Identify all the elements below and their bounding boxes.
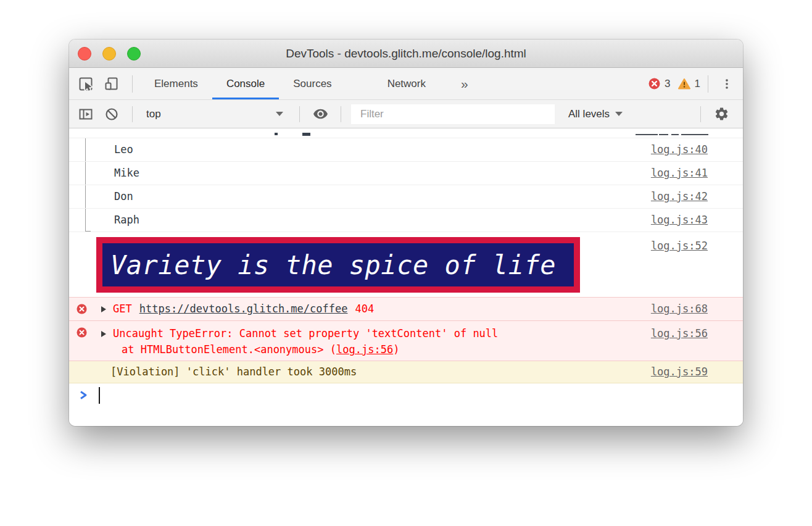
violation-message: [Violation] 'click' handler took 3000ms bbox=[69, 361, 651, 383]
divider bbox=[132, 106, 133, 122]
expand-triangle-icon[interactable] bbox=[101, 306, 106, 312]
console-settings-button[interactable] bbox=[708, 106, 734, 122]
console-styled-log-row: Variety is the spice of life log.js:52 bbox=[69, 232, 743, 297]
stack-text: ) bbox=[393, 343, 399, 356]
divider bbox=[341, 106, 341, 122]
error-icon bbox=[77, 327, 87, 338]
divider bbox=[708, 75, 708, 93]
tab-label: Elements bbox=[154, 78, 198, 90]
stack-source-link[interactable]: log.js:56 bbox=[336, 343, 393, 356]
log-message: Mike bbox=[69, 162, 651, 185]
divider bbox=[132, 75, 133, 93]
console-network-error-row: GEThttps://devtools.glitch.me/coffee404 … bbox=[69, 297, 743, 321]
console-log-row: Mike log.js:41 bbox=[69, 162, 743, 185]
inspect-cursor-icon bbox=[78, 76, 94, 92]
console-log-row: Leo log.js:40 bbox=[69, 138, 743, 162]
clipped-link-fragment bbox=[681, 134, 708, 135]
source-link[interactable]: log.js:52 bbox=[651, 240, 708, 252]
kebab-menu-icon bbox=[720, 77, 734, 91]
tab-elements[interactable]: Elements bbox=[140, 68, 212, 99]
console-sidebar-icon bbox=[78, 106, 94, 122]
error-message-line: Uncaught TypeError: Cannot set property … bbox=[101, 325, 651, 341]
expand-triangle-icon[interactable] bbox=[101, 331, 106, 337]
tab-label: Console bbox=[226, 78, 265, 90]
log-message: Leo bbox=[69, 138, 651, 161]
devtools-window: DevTools - devtools.glitch.me/console/lo… bbox=[69, 40, 743, 426]
error-count-icon bbox=[648, 78, 660, 90]
chevron-down-icon bbox=[276, 112, 283, 116]
warning-count-icon bbox=[678, 78, 690, 90]
source-link[interactable]: log.js:41 bbox=[651, 167, 708, 179]
console-prompt-caret bbox=[99, 387, 100, 404]
more-tabs-chevron-icon: » bbox=[461, 77, 468, 91]
prompt-chevron-icon bbox=[79, 390, 88, 400]
clipped-link-fragment bbox=[671, 134, 679, 135]
warning-count: 1 bbox=[695, 78, 700, 90]
log-message: Don bbox=[69, 185, 651, 208]
window-title: DevTools - devtools.glitch.me/console/lo… bbox=[69, 40, 743, 67]
clipped-link-fragment bbox=[659, 134, 668, 135]
console-log-row: Raph log.js:43 bbox=[69, 209, 743, 232]
issues-counter[interactable]: 3 1 bbox=[648, 68, 700, 99]
close-window-button[interactable] bbox=[78, 47, 91, 61]
stack-trace-line: at HTMLButtonElement.<anonymous> (log.js… bbox=[101, 341, 651, 357]
stack-text: at HTMLButtonElement.<anonymous> ( bbox=[122, 343, 336, 356]
chevron-down-icon bbox=[615, 112, 623, 116]
source-link[interactable]: log.js:40 bbox=[651, 143, 708, 156]
clipped-link-fragment bbox=[636, 134, 658, 135]
source-link[interactable]: log.js:59 bbox=[651, 365, 708, 378]
console-messages[interactable]: Leo log.js:40 Mike log.js:41 Don log.js:… bbox=[69, 128, 743, 426]
context-selector-value: top bbox=[146, 108, 161, 120]
zoom-window-button[interactable] bbox=[127, 47, 141, 61]
tab-sources[interactable]: Sources bbox=[279, 68, 346, 99]
show-console-sidebar-button[interactable] bbox=[73, 106, 99, 122]
styled-message-box: Variety is the spice of life bbox=[96, 237, 580, 293]
request-url-link[interactable]: https://devtools.glitch.me/coffee bbox=[139, 303, 348, 315]
request-method: GET bbox=[113, 303, 132, 315]
console-prompt[interactable] bbox=[69, 383, 743, 407]
source-link[interactable]: log.js:42 bbox=[651, 190, 708, 202]
divider bbox=[700, 106, 701, 122]
gear-icon bbox=[714, 106, 729, 122]
tab-console[interactable]: Console bbox=[212, 68, 279, 99]
devtools-tab-bar: Elements Console Sources Network » 3 1 bbox=[69, 68, 743, 100]
tab-network[interactable]: Network bbox=[373, 68, 440, 99]
clipped-text-fragment bbox=[275, 133, 278, 135]
create-live-expression-button[interactable] bbox=[307, 106, 333, 122]
device-toolbar-icon bbox=[104, 76, 120, 92]
clipped-text-fragment bbox=[302, 133, 310, 136]
console-error-row: Uncaught TypeError: Cannot set property … bbox=[69, 321, 743, 361]
console-log-row: Don log.js:42 bbox=[69, 185, 743, 209]
device-toolbar-button[interactable] bbox=[99, 68, 125, 99]
more-tabs-button[interactable]: » bbox=[455, 68, 474, 99]
source-link[interactable]: log.js:43 bbox=[651, 214, 708, 226]
log-message: Raph bbox=[69, 209, 651, 232]
tab-label: Network bbox=[387, 78, 426, 90]
source-link[interactable]: log.js:68 bbox=[651, 303, 708, 315]
minimize-window-button[interactable] bbox=[102, 47, 116, 61]
clear-console-icon bbox=[104, 106, 120, 122]
tab-label: Sources bbox=[293, 78, 331, 90]
error-icon bbox=[77, 304, 87, 314]
log-level-selector[interactable]: All levels bbox=[568, 108, 623, 120]
error-count: 3 bbox=[665, 78, 670, 90]
eye-icon bbox=[313, 106, 328, 122]
console-toolbar: top All levels bbox=[69, 100, 743, 128]
filter-input[interactable] bbox=[351, 104, 555, 124]
traffic-lights bbox=[78, 47, 141, 61]
javascript-context-selector[interactable]: top bbox=[140, 108, 292, 120]
source-link[interactable]: log.js:56 bbox=[651, 327, 708, 340]
inspect-element-button[interactable] bbox=[73, 68, 99, 99]
log-level-value: All levels bbox=[568, 108, 610, 120]
response-status: 404 bbox=[355, 303, 374, 315]
clipped-log-row bbox=[69, 128, 743, 138]
clear-console-button[interactable] bbox=[99, 106, 125, 122]
divider bbox=[299, 106, 300, 122]
console-violation-row: [Violation] 'click' handler took 3000ms … bbox=[69, 361, 743, 383]
styled-message-text: Variety is the spice of life bbox=[110, 250, 556, 280]
window-titlebar[interactable]: DevTools - devtools.glitch.me/console/lo… bbox=[69, 40, 743, 68]
error-message: Uncaught TypeError: Cannot set property … bbox=[113, 327, 498, 340]
customize-devtools-button[interactable] bbox=[716, 68, 738, 99]
